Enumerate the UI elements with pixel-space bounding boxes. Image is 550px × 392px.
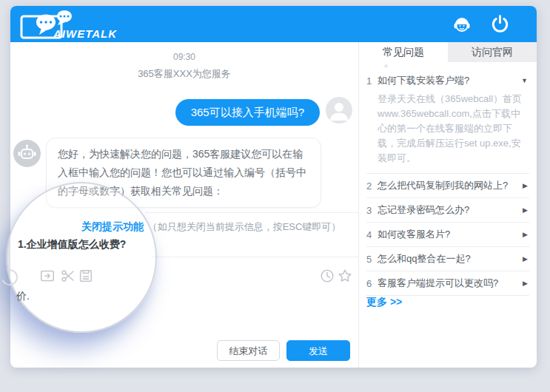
- faq-item-expanded[interactable]: 1 如何下载安装客户端? ▼ 登录天天在线（365webcall）首页 www.…: [366, 70, 529, 174]
- expand-arrow-icon[interactable]: ▶: [523, 280, 529, 287]
- faq-number: 2: [366, 180, 378, 192]
- favorite-star-icon[interactable]: [337, 268, 353, 284]
- faq-question: 如何改客服名片?: [378, 228, 523, 241]
- active-tab-caret: ▲: [383, 61, 389, 69]
- scissors-icon[interactable]: [60, 268, 76, 284]
- customer-service-agent-icon[interactable]: [452, 14, 472, 35]
- faq-question: 怎么和qq整合在一起?: [378, 252, 523, 266]
- emoji-icon[interactable]: [0, 266, 21, 288]
- tab-faq[interactable]: 常见问题: [359, 42, 448, 62]
- chat-window: AIWETALK 09:30 365客服XXX为您服务 365可以接入手机端吗?: [10, 6, 537, 368]
- magnified-hint-text: 1.企业增值版怎么收费?: [18, 238, 126, 251]
- faq-item[interactable]: 3 忘记登录密码怎么办? ▶: [366, 198, 529, 223]
- faq-number: 1: [366, 75, 378, 87]
- close-hints-link[interactable]: 关闭提示功能: [81, 220, 144, 232]
- user-message-bubble: 365可以接入手机端吗?: [175, 99, 320, 126]
- timestamp: 09:30: [10, 52, 358, 62]
- expand-arrow-icon[interactable]: ▶: [523, 255, 529, 263]
- faq-number: 4: [366, 229, 378, 240]
- power-icon[interactable]: [490, 14, 511, 35]
- faq-list: 1 如何下载安装客户端? ▼ 登录天天在线（365webcall）首页 www.…: [366, 70, 529, 296]
- send-button[interactable]: 发送: [286, 340, 350, 361]
- faq-item[interactable]: 2 怎么把代码复制到我的网站上? ▶: [366, 174, 529, 198]
- faq-question: 忘记登录密码怎么办?: [378, 203, 523, 217]
- faq-question: 怎么把代码复制到我的网站上?: [378, 179, 523, 192]
- divider: [152, 257, 358, 257]
- history-clock-icon[interactable]: [319, 268, 335, 284]
- more-link[interactable]: 更多 >>: [366, 296, 402, 309]
- faq-number: 5: [366, 254, 378, 265]
- faq-answer: 登录天天在线（365webcall）首页 www.365webcall.com,…: [378, 92, 528, 166]
- hint-row: 关闭提示功能 （如只想关闭当前提示信息，按ESC键即可）: [81, 220, 341, 234]
- brand-name: AIWETALK: [53, 27, 117, 40]
- bot-message-bubble: 您好，为快速解决您的问题，365客服建议您可以在输入框中输入您的问题！您也可以通…: [46, 138, 321, 208]
- faq-question: 客服客户端提示可以更改吗?: [378, 277, 523, 290]
- faq-item[interactable]: 5 怎么和qq整合在一起? ▶: [366, 247, 529, 271]
- hint-note: （如只想关闭当前提示信息，按ESC键即可）: [148, 221, 341, 232]
- faq-sidebar: 常见问题 访问官网 ▲ 1 如何下载安装客户端? ▼ 登录天天在线（365web…: [358, 42, 537, 368]
- divider: [145, 212, 358, 213]
- end-conversation-button[interactable]: 结束对话: [217, 340, 280, 361]
- page: { "colors": { "accent": "#1496f5", "page…: [0, 0, 550, 392]
- service-greeting: 365客服XXX为您服务: [10, 67, 358, 81]
- expand-arrow-icon[interactable]: ▶: [523, 182, 529, 189]
- bot-avatar: [13, 140, 41, 167]
- sidebar-tabs: 常见问题 访问官网 ▲: [359, 42, 537, 62]
- save-icon[interactable]: [78, 268, 94, 284]
- file-send-icon[interactable]: [39, 268, 56, 284]
- faq-question: 如何下载安装客户端?: [378, 74, 521, 87]
- titlebar: AIWETALK: [10, 6, 537, 42]
- faq-item[interactable]: 4 如何改客服名片? ▶: [366, 223, 529, 247]
- collapse-arrow-icon[interactable]: ▼: [521, 77, 529, 84]
- expand-arrow-icon[interactable]: ▶: [523, 231, 529, 238]
- tab-official-site[interactable]: 访问官网: [448, 42, 537, 62]
- faq-item[interactable]: 6 客服客户端提示可以更改吗? ▶: [366, 271, 529, 296]
- expand-arrow-icon[interactable]: ▶: [523, 206, 529, 214]
- robot-icon: [13, 140, 41, 167]
- magnified-input-text: 价.: [16, 290, 30, 303]
- brand-logo: AIWETALK: [19, 8, 160, 42]
- user-avatar: [326, 97, 352, 124]
- faq-number: 3: [366, 205, 378, 216]
- chat-pane: 09:30 365客服XXX为您服务 365可以接入手机端吗? 您好，为快速解决…: [10, 42, 358, 368]
- person-silhouette-icon: [326, 97, 352, 124]
- faq-number: 6: [366, 278, 378, 289]
